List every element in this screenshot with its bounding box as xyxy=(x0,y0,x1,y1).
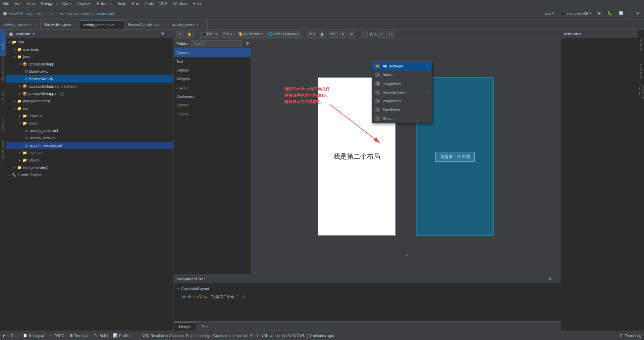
menu-view[interactable]: View xyxy=(27,1,36,6)
tab-activity-second[interactable]: activity_second.xml × xyxy=(80,20,124,29)
clear-btn[interactable]: ↻ xyxy=(339,31,346,38)
palette-item-switch[interactable]: ⚬ Switch xyxy=(372,114,432,123)
palette-category-text[interactable]: Text xyxy=(174,57,251,66)
api-btn[interactable]: 29% ▾ xyxy=(221,31,235,38)
theme-btn[interactable]: 🎨 AppTheme ▾ xyxy=(236,31,265,38)
tree-item-res[interactable]: ▾ 📁 res xyxy=(6,105,173,112)
palette-item-scrollview[interactable]: ↕ ScrollView xyxy=(372,105,432,114)
menu-help[interactable]: Help xyxy=(193,1,201,6)
tab-design[interactable]: Design xyxy=(174,323,196,331)
zoom-in-btn[interactable]: + xyxy=(378,31,385,38)
comp-item-textview[interactable]: Ab Ab textView - "我是第二个布..." ⚠ xyxy=(174,293,561,301)
tree-item-app[interactable]: ▾ 📁 app xyxy=(6,38,173,46)
zoom-out-btn[interactable]: − xyxy=(361,31,368,38)
locale-btn[interactable]: 🌐 Default (en-us) ▾ xyxy=(266,31,301,38)
status-profiler[interactable]: 📊 Profiler xyxy=(113,333,131,338)
status-todo[interactable]: ✓ TODO xyxy=(50,333,65,338)
tree-item-mainactivity[interactable]: © MainActivity xyxy=(6,68,173,75)
palette-search-input[interactable] xyxy=(191,40,242,47)
viewport-btn[interactable]: 📱 Pixel ▾ xyxy=(200,31,219,38)
breadcrumb-module[interactable]: app xyxy=(27,11,33,15)
tab-text[interactable]: Text xyxy=(196,323,214,331)
comp-tree-settings-btn[interactable]: ⚙ xyxy=(547,276,553,281)
sidebar-item-favorites[interactable]: 2: Favorites xyxy=(0,110,6,137)
settings-btn[interactable]: ⚙ xyxy=(634,9,641,18)
menu-edit[interactable]: Edit xyxy=(14,1,21,6)
panel-minimize-btn[interactable]: − xyxy=(167,31,171,36)
palette-item-button[interactable]: □ Button xyxy=(372,70,432,79)
menu-analyze[interactable]: Analyze xyxy=(77,1,92,6)
sidebar-item-project[interactable]: 1: Project xyxy=(0,30,6,56)
select-mode-btn[interactable]: ↖ xyxy=(176,31,184,38)
comp-item-constraintlayout[interactable]: ↰ ConstraintLayout xyxy=(174,285,561,293)
run-config-btn[interactable]: app ▾ xyxy=(543,9,556,18)
tree-item-package-test[interactable]: ▸ 📦 jsz.nopi.firstapp (test) xyxy=(6,90,173,97)
fit-btn[interactable]: ⊡ xyxy=(386,31,394,38)
tree-item-res-generated[interactable]: ▸ 📁 res (generated) xyxy=(6,164,173,171)
tab-mainactivity-close[interactable]: × xyxy=(74,23,76,27)
menu-run[interactable]: Run xyxy=(132,1,139,6)
sidebar-item-structure[interactable]: 2: Structure xyxy=(0,83,6,110)
tab-mainactivity[interactable]: MainActivity.java × xyxy=(41,20,80,29)
sidebar-right-attributes[interactable]: Attributes xyxy=(638,31,644,58)
menu-build[interactable]: Build xyxy=(117,1,126,6)
tree-item-java[interactable]: ▾ 📁 java xyxy=(6,53,173,60)
blueprint-btn[interactable]: ◧ xyxy=(319,31,326,38)
palette-category-common[interactable]: Common xyxy=(174,48,251,57)
palette-category-legacy[interactable]: Legacy xyxy=(174,109,251,118)
palette-item-recyclerview[interactable]: ≡ RecyclerView ⬇ xyxy=(372,88,432,97)
tree-item-package-androidtest[interactable]: ▸ 📦 jsz.nopi.firstapp (androidTest) xyxy=(6,83,173,90)
device-selector-btn[interactable]: 📱 vivo vivo y35 ▾ xyxy=(559,9,593,18)
tree-item-activity-second-xml[interactable]: 🗂 activity_second.xml xyxy=(6,142,173,149)
sync-btn[interactable]: 🔄 xyxy=(617,9,626,18)
tree-item-manifests[interactable]: ▸ 📁 manifests xyxy=(6,46,173,53)
palette-item-imageview[interactable]: 🖼 ImageView xyxy=(372,79,432,88)
tab-activity-new[interactable]: activity_new.xml × xyxy=(168,20,207,29)
tab-activity-second-close[interactable]: × xyxy=(119,23,121,27)
tree-item-package-main[interactable]: ▾ 📦 jsz.nopi.firstapp xyxy=(6,60,173,68)
panel-settings-btn[interactable]: ⚙ xyxy=(160,31,165,36)
status-run[interactable]: ▶ 4: Run xyxy=(3,333,17,338)
breadcrumb-app[interactable]: FirstAPP xyxy=(9,11,23,15)
run-btn[interactable]: ▶ xyxy=(596,9,603,18)
tree-item-layout[interactable]: ▾ 📁 layout xyxy=(6,119,173,127)
menu-tools[interactable]: Tools xyxy=(145,1,154,6)
tab-secondactivity-close[interactable]: × xyxy=(163,23,165,27)
debug-btn[interactable]: 🐛 xyxy=(605,9,614,18)
palette-settings-btn[interactable]: ⚙ xyxy=(245,41,250,46)
palette-item-textview[interactable]: Ab Ab TextView ⬇ xyxy=(372,62,432,70)
menu-window[interactable]: Window xyxy=(173,1,187,6)
sidebar-right-device-explorer[interactable]: Device File Explorer xyxy=(638,85,644,111)
tree-item-activity-main-xml[interactable]: 🗂 activity_main.xml xyxy=(6,127,173,134)
sidebar-item-resource-manager[interactable]: Resource Manager xyxy=(0,56,6,83)
palette-category-google[interactable]: Google xyxy=(174,101,251,109)
tree-item-drawable[interactable]: ▸ 📁 drawable xyxy=(6,112,173,119)
menu-file[interactable]: File xyxy=(3,1,9,6)
status-event-log[interactable]: 🗒 Event Log xyxy=(620,334,641,338)
status-logcat[interactable]: 📋 6: Logcat xyxy=(23,333,44,338)
menu-code[interactable]: Code xyxy=(62,1,72,6)
tree-item-java-generated[interactable]: ▸ 📁 java (generated) xyxy=(6,97,173,105)
tree-item-gradle-scripts[interactable]: ▸ 🔧 Gradle Scripts xyxy=(6,171,173,179)
palette-item-fragment[interactable]: <> <fragment> xyxy=(372,97,432,105)
tree-item-mipmap[interactable]: ▸ 📁 mipmap xyxy=(6,149,173,156)
tree-item-values[interactable]: ▸ 📁 values xyxy=(6,156,173,164)
comp-tree-close-btn[interactable]: − xyxy=(554,276,558,281)
palette-category-widgets[interactable]: Widgets xyxy=(174,75,251,83)
project-dropdown[interactable]: ▾ xyxy=(33,32,35,36)
tab-activity-main[interactable]: activity_main.xml × xyxy=(0,20,41,29)
resize-handle[interactable]: // xyxy=(406,253,408,257)
status-build[interactable]: 🔨 Build xyxy=(94,333,108,338)
margin-btn[interactable]: 0dp xyxy=(328,31,338,38)
menu-navigate[interactable]: Navigate xyxy=(41,1,57,6)
sidebar-right-wordbook[interactable]: Word Book xyxy=(638,58,644,85)
tab-secondactivity[interactable]: SecondActivity.java × xyxy=(124,20,168,29)
tab-activity-main-close[interactable]: × xyxy=(35,23,37,27)
eye-btn[interactable]: 👁 ▾ xyxy=(307,31,317,38)
status-terminal[interactable]: ⊞ Terminal xyxy=(70,333,88,338)
palette-category-layouts[interactable]: Layouts xyxy=(174,83,251,92)
menu-refactor[interactable]: Refactor xyxy=(97,1,112,6)
palette-category-buttons[interactable]: Buttons xyxy=(174,66,251,75)
tree-item-secondactivity[interactable]: © SecondActivity xyxy=(6,75,173,83)
tab-activity-new-close[interactable]: × xyxy=(202,23,204,27)
